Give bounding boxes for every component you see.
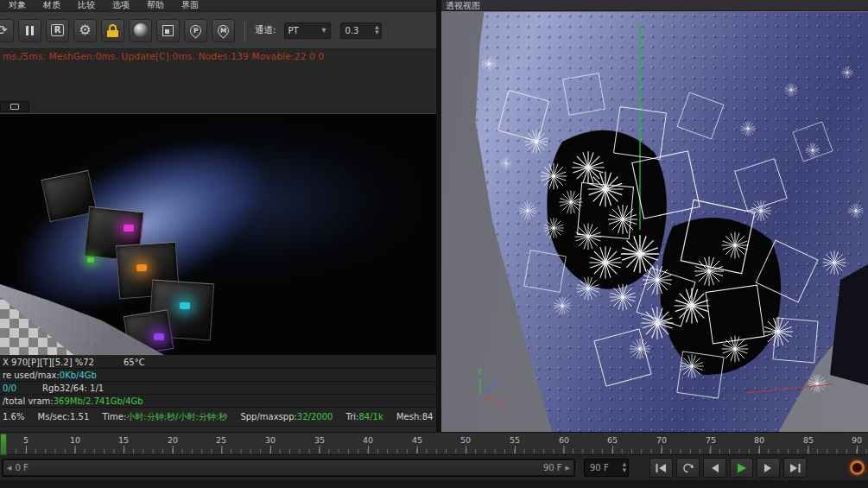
transport-bar: ◀ 0 F 90 F ▶ 90 F ▲▼ (0, 456, 868, 480)
timeline-label: 60 (559, 435, 569, 445)
range-end-value: 90 F (543, 463, 562, 472)
current-frame-marker[interactable] (0, 434, 7, 455)
axis-y-label: Y (477, 369, 482, 377)
end-frame-value: 90 F (590, 463, 609, 472)
channel-value-input[interactable]: 0.3 ▲▼ (340, 22, 382, 39)
timeline-label: 50 (460, 435, 471, 445)
timeline-ruler[interactable]: 5 10 15 20 25 30 35 40 45 50 55 60 65 70… (0, 432, 868, 455)
timeline-label: 55 (510, 435, 520, 445)
camera-icon (10, 104, 19, 110)
toolbar-separator (244, 20, 245, 41)
render-result-viewport[interactable] (0, 113, 436, 355)
viewport-title: 透视视图 (441, 0, 868, 11)
range-right-arrow-icon: ▶ (566, 465, 570, 472)
end-frame-input[interactable]: 90 F ▲▼ (584, 459, 629, 477)
goto-start-button[interactable] (649, 458, 673, 478)
range-track (3, 460, 573, 475)
menu-options[interactable]: 选项 (112, 0, 130, 11)
octane-c4d-window: 对象 材质 比较 选项 帮助 界面 ⟳ R ⚙ P M 通道: PT ▼ 0.3 (0, 0, 868, 488)
viewport-tab[interactable] (0, 101, 29, 112)
emissive-light-orange (136, 264, 147, 271)
pin-p-icon: P (187, 22, 203, 38)
perspective-panel: 透视视图 (441, 0, 868, 432)
lock-resolution-button[interactable] (101, 19, 124, 42)
channel-select-value: PT (288, 26, 299, 35)
render-mode-button[interactable] (129, 19, 152, 42)
value-spinner[interactable]: ▲▼ (375, 25, 378, 35)
stat-value: 1.51 (70, 412, 89, 421)
region-icon (162, 25, 174, 36)
next-frame-button[interactable] (757, 458, 780, 478)
menu-help[interactable]: 帮助 (147, 0, 164, 11)
restart-icon: R (51, 24, 65, 36)
timeline-label: 85 (803, 435, 814, 445)
stat-label: Spp/maxspp: (240, 412, 296, 421)
prev-frame-button[interactable] (703, 458, 726, 478)
stat-value: 32/2000 (297, 412, 333, 421)
record-button[interactable] (850, 460, 865, 475)
timeline-label: 5 (23, 435, 29, 445)
pick-material-button[interactable]: P (184, 19, 207, 42)
range-end: 90 F ▶ (543, 459, 570, 476)
render-statistics: X 970[P][T][5.2] %7265°C re used/max:0Kb… (0, 356, 436, 427)
spin-up-icon: ▲ (623, 462, 626, 467)
stat-gpu-name: X 970[P][T][5.2] %72 (3, 358, 94, 367)
stat-value: 369Mb/2.741Gb/4Gb (54, 396, 143, 406)
unlit-geometry-edge (830, 264, 868, 385)
emissive-light-magenta (124, 225, 134, 231)
goto-end-icon (789, 463, 801, 473)
perspective-viewport[interactable]: Y X Z (441, 12, 868, 432)
stat-label: Time: (102, 412, 126, 421)
timeline-label: 80 (754, 435, 764, 445)
settings-button[interactable]: ⚙ (73, 19, 97, 42)
stat-row-vram: /total vram:369Mb/2.741Gb/4Gb (0, 395, 436, 408)
stat-value: 0Kb/4Gb (60, 371, 97, 380)
stat-row-progress: 1.6% Ms/sec:1.51 Time:小时:分钟:秒/小时:分钟:秒 Sp… (0, 408, 436, 427)
channel-label: 通道: (255, 24, 276, 36)
timeline-label: 10 (70, 435, 80, 445)
pin-m-icon: M (215, 22, 231, 38)
play-backwards-button[interactable] (676, 458, 700, 478)
goto-end-button[interactable] (783, 458, 807, 478)
timeline-label: 90 (852, 435, 862, 445)
range-start-value: 0 F (15, 463, 28, 472)
timeline-label: 75 (706, 435, 716, 445)
next-frame-icon (762, 463, 775, 473)
goto-start-icon (655, 463, 668, 473)
range-left-arrow-icon: ◀ (7, 465, 11, 472)
timeline-label: 35 (314, 435, 325, 445)
preview-range-slider[interactable]: ◀ 0 F 90 F ▶ (2, 459, 575, 477)
refresh-icon: ⟳ (0, 24, 8, 37)
menubar: 对象 材质 比较 选项 帮助 界面 (0, 0, 437, 11)
render-status-text: ms./5ms. MeshGen:0ms. Update[C]:0ms. Nod… (3, 51, 324, 61)
render-toolbar: ⟳ R ⚙ P M 通道: PT ▼ 0.3 ▲▼ (0, 12, 437, 49)
stat-label: Mesh: (396, 412, 422, 421)
gear-icon: ⚙ (79, 23, 91, 37)
play-button[interactable] (730, 458, 753, 478)
end-frame-spinner[interactable]: ▲▼ (623, 462, 626, 472)
prev-frame-icon (708, 463, 721, 473)
menu-compare[interactable]: 比较 (78, 0, 95, 11)
stat-gpu-temp: 65°C (124, 358, 145, 367)
timeline-label: 65 (607, 435, 618, 445)
region-render-button[interactable] (156, 19, 180, 42)
pick-object-button[interactable]: M (212, 19, 235, 42)
live-viewer-panel: 对象 材质 比较 选项 帮助 界面 ⟳ R ⚙ P M 通道: PT ▼ 0.3 (0, 0, 437, 432)
menu-interface[interactable]: 界面 (181, 0, 199, 11)
timeline-label: 15 (118, 435, 129, 445)
timeline-label: 30 (265, 435, 276, 445)
spin-down-icon: ▼ (375, 30, 378, 35)
menu-object[interactable]: 对象 (9, 0, 26, 11)
restart-render-button[interactable]: R (46, 19, 69, 42)
stat-row-rgb: 0/0Rgb32/64: 1/1 (0, 382, 436, 395)
stat-value: 84 (422, 412, 434, 421)
stat-pct: 1.6% (3, 412, 24, 421)
pause-button[interactable] (18, 19, 41, 42)
playback-controls (649, 458, 807, 478)
play-icon (735, 463, 748, 473)
channel-select[interactable]: PT ▼ (284, 22, 331, 39)
refresh-button[interactable]: ⟳ (0, 19, 14, 42)
stat-label: Rgb32/64: 1/1 (42, 383, 104, 393)
menu-material[interactable]: 材质 (43, 0, 60, 11)
stat-label: re used/max: (3, 371, 60, 380)
